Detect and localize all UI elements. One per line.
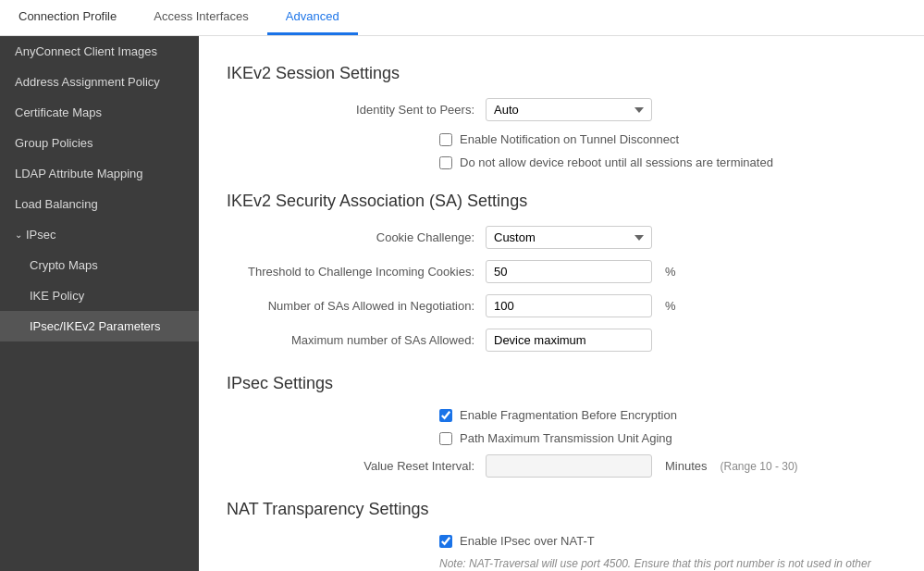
ipsec-settings-title: IPsec Settings xyxy=(227,374,896,393)
no-reboot-label[interactable]: Do not allow device reboot until all ses… xyxy=(460,155,773,169)
enable-nat-row: Enable IPsec over NAT-T xyxy=(439,534,896,548)
cookie-challenge-select[interactable]: Custom Always Never xyxy=(486,226,652,249)
threshold-unit: % xyxy=(665,265,676,279)
enable-nat-checkbox[interactable] xyxy=(439,535,452,548)
sidebar-item-load-balancing[interactable]: Load Balancing xyxy=(0,189,199,219)
value-reset-label: Value Reset Interval: xyxy=(227,459,486,473)
ikev2-sa-title: IKEv2 Security Association (SA) Settings xyxy=(227,192,896,211)
value-reset-control: Minutes (Range 10 - 30) xyxy=(486,454,798,478)
notification-row: Enable Notification on Tunnel Disconnect xyxy=(439,132,896,146)
chevron-down-icon: ⌄ xyxy=(15,230,22,240)
num-sas-input[interactable] xyxy=(486,294,652,317)
fragmentation-row: Enable Fragmentation Before Encryption xyxy=(439,408,896,422)
sidebar-item-ike-policy[interactable]: IKE Policy xyxy=(0,280,199,311)
sidebar-item-ldap-attribute-mapping[interactable]: LDAP Attribute Mapping xyxy=(0,158,199,189)
cookie-challenge-label: Cookie Challenge: xyxy=(227,230,486,244)
path-mtu-row: Path Maximum Transmission Unit Aging xyxy=(439,431,896,445)
sidebar-section-ipsec[interactable]: ⌄ IPsec xyxy=(0,219,199,250)
sidebar-item-anyconnect-client-images[interactable]: AnyConnect Client Images xyxy=(0,36,199,67)
path-mtu-label[interactable]: Path Maximum Transmission Unit Aging xyxy=(460,431,672,445)
fragmentation-label[interactable]: Enable Fragmentation Before Encryption xyxy=(460,408,677,422)
threshold-label: Threshold to Challenge Incoming Cookies: xyxy=(227,265,486,279)
nat-note-text: Note: NAT-Traversal will use port 4500. … xyxy=(439,557,871,571)
sidebar-item-certificate-maps[interactable]: Certificate Maps xyxy=(0,97,199,128)
num-sas-row: Number of SAs Allowed in Negotiation: % xyxy=(227,294,896,317)
identity-control: Auto Address Key-ID DN xyxy=(486,98,652,121)
sidebar-item-address-assignment-policy[interactable]: Address Assignment Policy xyxy=(0,67,199,97)
value-reset-row: Value Reset Interval: Minutes (Range 10 … xyxy=(227,454,896,478)
sidebar-item-group-policies[interactable]: Group Policies xyxy=(0,128,199,158)
ipsec-section-label: IPsec xyxy=(26,228,56,242)
enable-nat-label[interactable]: Enable IPsec over NAT-T xyxy=(460,534,595,548)
identity-row: Identity Sent to Peers: Auto Address Key… xyxy=(227,98,896,121)
nat-transparency-title: NAT Transparency Settings xyxy=(227,500,896,519)
value-reset-range: (Range 10 - 30) xyxy=(721,460,798,473)
num-sas-label: Number of SAs Allowed in Negotiation: xyxy=(227,299,486,313)
notification-label[interactable]: Enable Notification on Tunnel Disconnect xyxy=(460,132,679,146)
tab-connection-profile[interactable]: Connection Profile xyxy=(0,0,135,35)
top-tabs: Connection Profile Access Interfaces Adv… xyxy=(0,0,924,36)
value-reset-unit: Minutes xyxy=(665,459,708,473)
ikev2-session-title: IKEv2 Session Settings xyxy=(227,64,896,83)
nat-note: Note: NAT-Traversal will use port 4500. … xyxy=(439,557,896,571)
identity-label: Identity Sent to Peers: xyxy=(227,103,486,117)
max-sas-input[interactable] xyxy=(486,329,652,352)
sidebar: AnyConnect Client Images Address Assignm… xyxy=(0,36,199,571)
path-mtu-checkbox[interactable] xyxy=(439,432,452,445)
value-reset-input[interactable] xyxy=(486,454,652,478)
sidebar-item-ipsec-ikev2-parameters[interactable]: IPsec/IKEv2 Parameters xyxy=(0,311,199,341)
num-sas-unit: % xyxy=(665,299,676,313)
main-layout: AnyConnect Client Images Address Assignm… xyxy=(0,36,924,571)
content-area: IKEv2 Session Settings Identity Sent to … xyxy=(199,36,924,571)
sidebar-item-crypto-maps[interactable]: Crypto Maps xyxy=(0,250,199,280)
cookie-challenge-row: Cookie Challenge: Custom Always Never xyxy=(227,226,896,249)
max-sas-label: Maximum number of SAs Allowed: xyxy=(227,333,486,347)
tab-access-interfaces[interactable]: Access Interfaces xyxy=(135,0,267,35)
threshold-input[interactable] xyxy=(486,260,652,283)
threshold-control: % xyxy=(486,260,676,283)
max-sas-row: Maximum number of SAs Allowed: xyxy=(227,329,896,352)
no-reboot-row: Do not allow device reboot until all ses… xyxy=(439,155,896,169)
identity-select[interactable]: Auto Address Key-ID DN xyxy=(486,98,652,121)
cookie-challenge-control: Custom Always Never xyxy=(486,226,652,249)
no-reboot-checkbox[interactable] xyxy=(439,156,452,169)
notification-checkbox[interactable] xyxy=(439,133,452,146)
num-sas-control: % xyxy=(486,294,676,317)
threshold-row: Threshold to Challenge Incoming Cookies:… xyxy=(227,260,896,283)
fragmentation-checkbox[interactable] xyxy=(439,409,452,422)
max-sas-control xyxy=(486,329,652,352)
tab-advanced[interactable]: Advanced xyxy=(267,0,358,35)
